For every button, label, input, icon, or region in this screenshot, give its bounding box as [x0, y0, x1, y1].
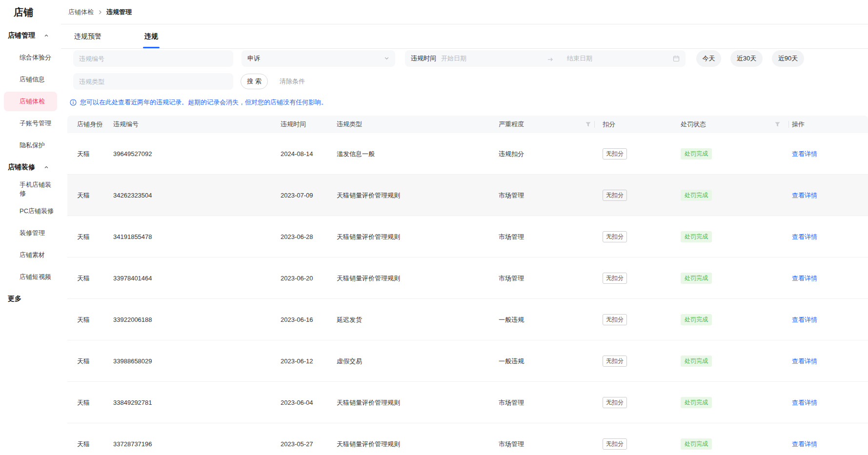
deduction-badge: 无扣分	[603, 190, 627, 200]
violation-type-input[interactable]	[73, 73, 233, 90]
view-details-link[interactable]: 查看详情	[792, 150, 817, 158]
penalty-status-badge: 处罚完成	[681, 356, 712, 366]
chevron-down-icon	[384, 55, 389, 62]
sidebar-item-label: 装修管理	[20, 229, 45, 237]
sidebar-group-header[interactable]: 店铺管理	[0, 31, 61, 40]
violation-time-label: 违规时间	[411, 54, 436, 63]
cell-severity: 违规扣分	[499, 133, 524, 175]
cell-violation-type: 天猫销量评价管理规则	[337, 175, 400, 216]
sidebar-item-PC店铺装修[interactable]: PC店铺装修	[4, 201, 57, 221]
cell-violation-id: 33978401464	[113, 257, 152, 299]
cell-shop-identity: 天猫	[77, 299, 90, 340]
col-action: 操作	[792, 116, 805, 133]
table-row: 天猫 34191855478 2023-06-28 天猫销量评价管理规则 市场管…	[67, 216, 868, 257]
violation-id-input[interactable]	[73, 50, 233, 67]
cell-severity: 市场管理	[499, 423, 524, 455]
cell-shop-identity: 天猫	[77, 340, 90, 382]
cell-shop-identity: 天猫	[77, 175, 90, 216]
violation-id-field	[73, 50, 233, 67]
cell-violation-type: 滥发信息一般	[337, 133, 375, 175]
sidebar-item-店铺信息[interactable]: 店铺信息	[4, 70, 57, 89]
view-details-link[interactable]: 查看详情	[792, 398, 817, 407]
view-details-link[interactable]: 查看详情	[792, 274, 817, 283]
violation-time-range-picker[interactable]: 违规时间 开始日期 结束日期	[405, 50, 686, 67]
deduction-badge: 无扣分	[603, 148, 627, 159]
penalty-status-badge: 处罚完成	[681, 314, 712, 325]
tab-violation[interactable]: 违规	[144, 24, 158, 48]
appeal-select[interactable]: 申诉	[242, 50, 395, 67]
penalty-status-badge: 处罚完成	[681, 273, 712, 283]
sidebar-item-隐私保护[interactable]: 隐私保护	[4, 136, 57, 155]
cell-violation-time: 2023-05-27	[281, 423, 313, 455]
cell-violation-id: 39649527092	[113, 133, 152, 175]
penalty-status-filter-icon[interactable]	[775, 122, 780, 127]
breadcrumb-parent[interactable]: 店铺体检	[68, 8, 94, 17]
quick-range-today-button[interactable]: 今天	[696, 50, 721, 67]
clear-conditions-link[interactable]: 清除条件	[280, 74, 305, 89]
cell-violation-type: 延迟发货	[337, 299, 362, 340]
sidebar-item-more[interactable]: 更多	[0, 295, 61, 303]
cell-severity: 市场管理	[499, 257, 524, 299]
sidebar-item-label: 子账号管理	[20, 119, 51, 128]
deduction-badge: 无扣分	[603, 397, 627, 408]
penalty-status-badge: 处罚完成	[681, 231, 712, 242]
table-row: 天猫 39649527092 2024-08-14 滥发信息一般 违规扣分 无扣…	[67, 133, 868, 175]
deduction-badge: 无扣分	[603, 231, 627, 242]
sidebar-item-子账号管理[interactable]: 子账号管理	[4, 114, 57, 133]
breadcrumb-current: 违规管理	[106, 8, 132, 17]
sidebar-item-装修管理[interactable]: 装修管理	[4, 223, 57, 243]
sidebar-group-header[interactable]: 店铺装修	[0, 163, 61, 172]
chevron-up-icon	[44, 33, 49, 38]
header-divider	[788, 121, 789, 128]
sidebar-item-综合体验分[interactable]: 综合体验分	[4, 48, 57, 67]
col-penalty-status: 处罚状态	[681, 116, 706, 133]
table-row: 天猫 33849292781 2023-06-04 天猫销量评价管理规则 市场管…	[67, 382, 868, 423]
sidebar-more-label: 更多	[8, 295, 21, 303]
cell-violation-type: 天猫销量评价管理规则	[337, 382, 400, 423]
info-icon	[70, 99, 77, 106]
sidebar-item-label: 隐私保护	[20, 141, 45, 150]
sidebar-item-店铺体检[interactable]: 店铺体检	[4, 92, 57, 111]
sidebar-title: 店铺	[0, 0, 61, 24]
sidebar-group-label: 店铺管理	[8, 31, 35, 40]
cell-shop-identity: 天猫	[77, 382, 90, 423]
view-details-link[interactable]: 查看详情	[792, 191, 817, 200]
col-violation-type: 违规类型	[337, 116, 362, 133]
search-button[interactable]: 搜 索	[241, 74, 268, 89]
view-details-link[interactable]: 查看详情	[792, 316, 817, 324]
col-severity: 严重程度	[499, 116, 524, 133]
sidebar-item-label: 店铺信息	[20, 75, 45, 84]
end-date-placeholder[interactable]: 结束日期	[567, 54, 592, 63]
view-details-link[interactable]: 查看详情	[792, 357, 817, 366]
quick-range-30days-button[interactable]: 近30天	[730, 50, 763, 67]
severity-filter-icon[interactable]	[585, 122, 591, 127]
cell-violation-type: 天猫销量评价管理规则	[337, 423, 400, 455]
sidebar-item-label: 店铺素材	[20, 251, 45, 259]
cell-violation-time: 2023-06-28	[281, 216, 313, 257]
tab-violation-warning[interactable]: 违规预警	[74, 24, 101, 48]
cell-violation-type: 虚假交易	[337, 340, 362, 382]
sidebar-item-店铺短视频[interactable]: 店铺短视频	[4, 267, 57, 287]
cell-violation-id: 33849292781	[113, 382, 152, 423]
notice-bar: 您可以在此处查看近两年的违规记录。超期的记录会消失，但对您的店铺没有任何影响。	[70, 98, 868, 107]
deduction-badge: 无扣分	[603, 438, 627, 449]
start-date-placeholder[interactable]: 开始日期	[441, 54, 466, 63]
breadcrumb: 店铺体检 违规管理	[61, 0, 868, 24]
cell-violation-time: 2023-07-09	[281, 175, 313, 216]
view-details-link[interactable]: 查看详情	[792, 440, 817, 449]
arrow-right-icon	[547, 56, 553, 63]
sidebar-item-店铺素材[interactable]: 店铺素材	[4, 245, 57, 265]
view-details-link[interactable]: 查看详情	[792, 233, 817, 241]
cell-violation-time: 2023-06-04	[281, 382, 313, 423]
penalty-status-badge: 处罚完成	[681, 148, 712, 159]
store-admin-app: 店铺 店铺管理 综合体验分 店铺信息 店铺体检 子账号管理 隐私保护	[0, 0, 868, 455]
filter-area: 申诉 违规时间 开始日期 结束日期 今天 近30天 近90天	[61, 49, 868, 90]
sidebar-item-label: 店铺体检	[20, 97, 45, 106]
quick-range-90days-button[interactable]: 近90天	[772, 50, 804, 67]
cell-violation-time: 2023-06-16	[281, 299, 313, 340]
appeal-select-value: 申诉	[247, 54, 260, 63]
table-row: 天猫 33922006188 2023-06-16 延迟发货 一般违规 无扣分 …	[67, 299, 868, 340]
col-deduction: 扣分	[603, 116, 615, 133]
table-body: 天猫 39649527092 2024-08-14 滥发信息一般 违规扣分 无扣…	[67, 133, 868, 455]
sidebar-item-手机店铺装修[interactable]: 手机店铺装修	[4, 179, 57, 199]
